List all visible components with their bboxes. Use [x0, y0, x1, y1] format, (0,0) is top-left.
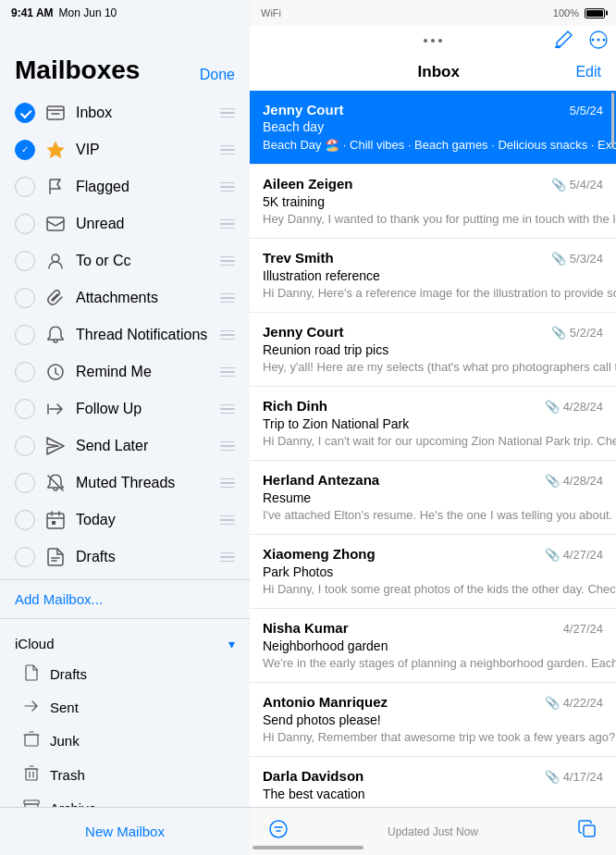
mailbox-label-vip: VIP: [76, 142, 220, 158]
divider-1: [0, 579, 250, 580]
icloud-header[interactable]: iCloud ▾: [15, 630, 235, 657]
email-e9-sender: Antonio Manriquez: [263, 694, 388, 710]
email-item-e10[interactable]: Darla Davidson 📎 4/17/24 The best vacati…: [250, 757, 616, 807]
attachments-icon: [44, 289, 67, 307]
check-flagged[interactable]: [15, 177, 35, 197]
email-e2-header: Aileen Zeigen 📎 5/4/24: [263, 176, 603, 192]
mailboxes-title: Mailboxes: [15, 56, 140, 85]
mailbox-list: Inbox ✓ VIP Flagged: [0, 94, 250, 807]
email-e9-subject: Send photos please!: [263, 712, 381, 727]
drag-handle-send-later: [220, 441, 235, 452]
check-thread-notifications[interactable]: [15, 325, 35, 345]
mailbox-item-remind-me[interactable]: Remind Me: [0, 353, 250, 390]
icloud-archive[interactable]: Archive: [15, 792, 235, 807]
drag-handle-unread: [220, 219, 235, 229]
drag-handle-attachments: [220, 293, 235, 304]
check-remind-me[interactable]: [15, 362, 35, 382]
svg-point-3: [52, 254, 59, 262]
check-vip[interactable]: ✓: [15, 140, 35, 160]
email-item-e8[interactable]: Nisha Kumar 4/27/24 Neighborhood garden …: [250, 609, 616, 683]
mailbox-item-send-later[interactable]: Send Later: [0, 428, 250, 465]
check-muted-threads[interactable]: [15, 473, 35, 493]
mailbox-item-vip[interactable]: ✓ VIP: [0, 131, 250, 168]
email-e1-sender: Jenny Court: [263, 102, 344, 118]
mailbox-item-to-or-cc[interactable]: To or Cc: [0, 242, 250, 279]
done-button[interactable]: Done: [200, 67, 235, 85]
new-mailbox-button[interactable]: New Mailbox: [85, 824, 165, 839]
icloud-title: iCloud: [15, 636, 55, 651]
svg-point-12: [592, 39, 595, 42]
mailbox-item-thread-notifications[interactable]: Thread Notifications: [0, 316, 250, 353]
edit-button[interactable]: Edit: [575, 64, 601, 81]
email-e3-date: 5/3/24: [570, 252, 603, 266]
icloud-junk[interactable]: Junk: [15, 724, 235, 758]
email-e5-date: 4/28/24: [563, 400, 603, 414]
check-today[interactable]: [15, 510, 35, 530]
check-unread[interactable]: [15, 214, 35, 234]
icloud-drafts[interactable]: Drafts: [15, 657, 235, 691]
mailbox-item-attachments[interactable]: Attachments: [0, 279, 250, 316]
email-e2-date: 5/4/24: [570, 178, 603, 192]
inbox-icon: [44, 104, 67, 122]
mailbox-label-muted-threads: Muted Threads: [76, 475, 220, 491]
mailbox-label-inbox: Inbox: [76, 105, 220, 121]
email-e8-header: Nisha Kumar 4/27/24: [263, 620, 603, 636]
email-item-e3[interactable]: Trev Smith 📎 5/3/24 Illustration referen…: [250, 239, 616, 313]
email-e1-subject: Beach day: [263, 119, 324, 134]
mailbox-item-drafts[interactable]: Drafts: [0, 539, 250, 576]
attach-icon-e7: 📎: [545, 548, 560, 562]
check-drafts[interactable]: [15, 547, 35, 567]
email-e9-preview: Hi Danny, Remember that awesome trip we …: [263, 730, 616, 744]
mailbox-label-flagged: Flagged: [76, 179, 220, 195]
check-follow-up[interactable]: [15, 399, 35, 419]
drag-handle-follow-up: [220, 404, 235, 415]
icloud-junk-icon: [22, 731, 41, 750]
mailbox-item-inbox[interactable]: Inbox: [0, 94, 250, 131]
remind-me-icon: [44, 363, 67, 381]
more-button[interactable]: [588, 30, 609, 55]
mailbox-label-thread-notifications: Thread Notifications: [76, 327, 220, 343]
email-e10-preview: Remember this amazing vacation? Nothing …: [263, 804, 616, 807]
icloud-trash[interactable]: Trash: [15, 758, 235, 792]
email-e1-date: 5/5/24: [570, 104, 603, 118]
email-e2-preview: Hey Danny, I wanted to thank you for put…: [263, 212, 616, 226]
left-bottom-bar: New Mailbox: [0, 807, 250, 855]
check-attachments[interactable]: [15, 288, 35, 308]
svg-rect-7: [25, 735, 38, 746]
email-item-e2[interactable]: Aileen Zeigen 📎 5/4/24 5K training Hey D…: [250, 165, 616, 239]
icloud-sent[interactable]: Sent: [15, 691, 235, 724]
mailbox-item-unread[interactable]: Unread: [0, 205, 250, 242]
mailbox-item-today[interactable]: Today: [0, 502, 250, 539]
mailbox-item-flagged[interactable]: Flagged: [0, 168, 250, 205]
filter-icon[interactable]: [268, 819, 289, 844]
mailbox-label-follow-up: Follow Up: [76, 401, 220, 417]
icloud-trash-icon: [22, 765, 41, 785]
email-item-e6[interactable]: Herland Antezana 📎 4/28/24 Resume I've a…: [250, 461, 616, 535]
drafts-icon: [44, 548, 67, 566]
email-e3-preview: Hi Danny, Here's a reference image for t…: [263, 286, 616, 300]
email-item-e4[interactable]: Jenny Court 📎 5/2/24 Reunion road trip p…: [250, 313, 616, 387]
add-mailbox-button[interactable]: Add Mailbox...: [0, 584, 250, 614]
scrollbar[interactable]: [611, 93, 614, 148]
email-e1-header: Jenny Court 5/5/24: [263, 102, 603, 118]
check-inbox[interactable]: [15, 103, 35, 123]
svg-point-13: [598, 39, 600, 42]
check-send-later[interactable]: [15, 436, 35, 456]
svg-rect-6: [52, 521, 55, 525]
svg-point-16: [270, 821, 287, 837]
drag-handle-vip: [220, 145, 235, 155]
email-item-e1[interactable]: Jenny Court 5/5/24 Beach day Beach Day 🏖…: [250, 91, 616, 165]
email-item-e7[interactable]: Xiaomeng Zhong 📎 4/27/24 Park Photos Hi …: [250, 535, 616, 609]
compose-button[interactable]: [553, 30, 573, 55]
copy-icon[interactable]: [577, 819, 598, 844]
mailbox-item-muted-threads[interactable]: Muted Threads: [0, 465, 250, 502]
check-to-or-cc[interactable]: [15, 251, 35, 271]
drag-handle-remind-me: [220, 367, 235, 378]
icloud-drafts-label: Drafts: [50, 666, 87, 682]
email-e3-subject: Illustration reference: [263, 268, 380, 283]
status-time: 9:41 AM: [11, 6, 54, 19]
email-item-e9[interactable]: Antonio Manriquez 📎 4/22/24 Send photos …: [250, 683, 616, 757]
email-e5-sender: Rich Dinh: [263, 398, 327, 414]
mailbox-item-follow-up[interactable]: Follow Up: [0, 390, 250, 428]
email-item-e5[interactable]: Rich Dinh 📎 4/28/24 Trip to Zion Nationa…: [250, 387, 616, 461]
